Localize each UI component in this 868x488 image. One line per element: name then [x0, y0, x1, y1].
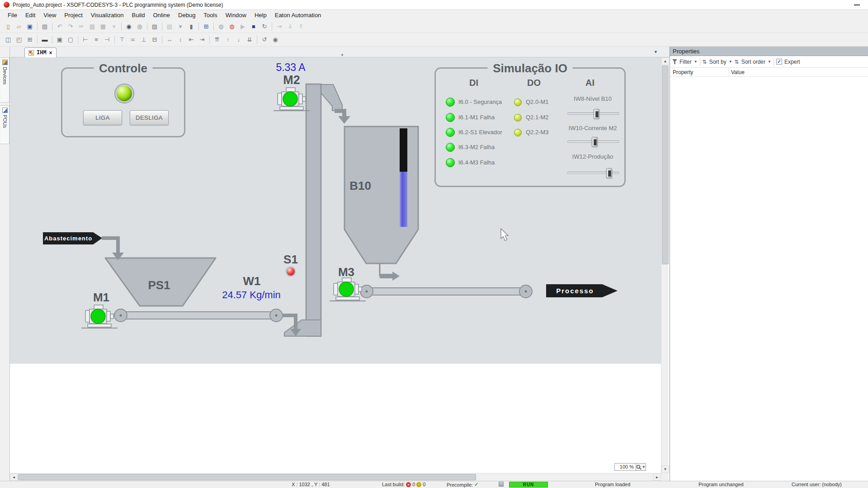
ai-slider-thumb-1[interactable]	[592, 137, 598, 147]
align-top-icon[interactable]: ⊤	[117, 35, 127, 44]
make-same-size-icon[interactable]: ⊟	[150, 35, 160, 44]
group-icon[interactable]: ▣	[55, 35, 65, 44]
find-icon[interactable]: ◉	[124, 22, 134, 31]
distribute-horizontal-icon[interactable]: ↔	[165, 35, 175, 44]
print-icon[interactable]: ▤	[40, 22, 50, 31]
zoom-level-value[interactable]: 100 %	[614, 463, 636, 471]
tab-list-dropdown-icon[interactable]: ▼	[654, 50, 658, 54]
new-project-icon[interactable]: ▯	[3, 22, 13, 31]
scroll-left-icon[interactable]: ◄	[10, 474, 18, 481]
filter-caret-icon[interactable]: ▼	[694, 60, 698, 64]
tab-ihm[interactable]: IHM ×	[24, 47, 57, 57]
stop-icon[interactable]: ■	[249, 22, 259, 31]
send-to-back-icon[interactable]: ⇊	[245, 35, 255, 44]
find-replace-icon[interactable]: ◎	[135, 22, 145, 31]
tab-close-icon[interactable]: ×	[49, 50, 52, 56]
ai-slider-thumb-2[interactable]	[606, 168, 612, 178]
horizontal-scroll-thumb[interactable]	[18, 474, 476, 480]
horizontal-scrollbar[interactable]: ◄ ►	[10, 473, 661, 481]
di-led-1[interactable]	[446, 113, 455, 122]
sort-order-button[interactable]: Sort order	[741, 59, 765, 65]
step-over-icon[interactable]: ⇥	[274, 22, 284, 31]
scroll-up-icon[interactable]: ▲	[661, 57, 669, 65]
desliga-button[interactable]: DESLIGA	[130, 110, 169, 125]
step-out-icon[interactable]: ⇑	[296, 22, 306, 31]
properties-panel-header[interactable]: Properties	[670, 47, 868, 56]
menu-help[interactable]: Help	[250, 11, 271, 19]
step-into-icon[interactable]: ⇓	[285, 22, 295, 31]
sidebar-tab-devices[interactable]: Devices	[0, 57, 9, 103]
placeholder-caret-icon[interactable]: ▾	[175, 22, 185, 31]
paste-icon[interactable]: ▦	[98, 22, 108, 31]
start-icon[interactable]: ▶	[238, 22, 248, 31]
sort-by-button[interactable]: Sort by	[709, 59, 726, 65]
bring-forward-icon[interactable]: ↑	[223, 35, 233, 44]
undo-icon[interactable]: ↶	[55, 22, 65, 31]
sort-order-caret-icon[interactable]: ▼	[768, 60, 771, 64]
menu-visualization[interactable]: Visualization	[87, 11, 128, 19]
scroll-down-icon[interactable]: ▼	[661, 465, 669, 473]
align-middle-icon[interactable]: ≍	[128, 35, 138, 44]
size-height-icon[interactable]: ⇥	[197, 35, 207, 44]
minimize-icon[interactable]	[854, 5, 860, 5]
delete-icon[interactable]: ×	[109, 22, 119, 31]
align-bottom-icon[interactable]: ⊥	[139, 35, 149, 44]
single-cycle-icon[interactable]: ↻	[259, 22, 269, 31]
do-led-1[interactable]	[514, 114, 522, 122]
grid-tool-icon[interactable]: ⊞	[25, 35, 35, 44]
visualization-manager-icon[interactable]: ⊞	[201, 22, 211, 31]
menu-view[interactable]: View	[39, 11, 60, 19]
properties-dialog-icon[interactable]: ▮	[186, 22, 196, 31]
visualization-canvas[interactable]: 5.33 A M2 B10 S1 M3 M1 PS1 W1 24.57 Kg/m…	[10, 57, 661, 364]
property-column-header[interactable]: Property	[673, 69, 693, 75]
menu-project[interactable]: Project	[60, 11, 86, 19]
save-icon[interactable]: ▣	[25, 22, 35, 31]
menu-tools[interactable]: Tools	[199, 11, 221, 19]
align-right-icon[interactable]: ⊣	[102, 35, 112, 44]
expert-checkbox[interactable]: ✓	[776, 59, 782, 65]
zoom-tool-icon[interactable]: ◉	[270, 35, 280, 44]
do-led-2[interactable]	[514, 129, 522, 136]
sidebar-tab-pous[interactable]: POUs	[0, 105, 9, 144]
menu-online[interactable]: Online	[149, 11, 174, 19]
select-tool-icon[interactable]: ◫	[3, 35, 13, 44]
splitter-collapse-icon[interactable]: ▲	[340, 52, 344, 56]
size-width-icon[interactable]: ⇤	[186, 35, 196, 44]
copy-icon[interactable]: ▥	[87, 22, 97, 31]
menu-edit[interactable]: Edit	[21, 11, 39, 19]
value-column-header[interactable]: Value	[731, 69, 745, 75]
distribute-vertical-icon[interactable]: ↕	[175, 35, 185, 44]
menu-build[interactable]: Build	[128, 11, 149, 19]
bring-to-front-icon[interactable]: ⇈	[212, 35, 222, 44]
menu-file[interactable]: File	[4, 11, 21, 19]
di-led-0[interactable]	[446, 98, 455, 107]
sort-by-caret-icon[interactable]: ▼	[729, 60, 732, 64]
vertical-scrollbar[interactable]: ▲ ▼	[661, 57, 669, 473]
do-led-0[interactable]	[514, 99, 522, 106]
rotate-icon[interactable]: ↺	[259, 35, 269, 44]
di-led-3[interactable]	[446, 143, 455, 152]
frame-tool-icon[interactable]: ▬	[40, 35, 50, 44]
align-left-icon[interactable]: ⊢	[80, 35, 90, 44]
magnifier-icon[interactable]: ▼	[636, 463, 646, 471]
ai-slider-thumb-0[interactable]	[594, 109, 599, 119]
redo-icon[interactable]: ↷	[66, 22, 75, 31]
logout-icon[interactable]: ◍	[227, 22, 237, 31]
column-divider[interactable]	[728, 68, 729, 77]
pan-tool-icon[interactable]: ◰	[14, 35, 24, 44]
send-backward-icon[interactable]: ↓	[234, 35, 244, 44]
cut-icon[interactable]: ✂	[76, 22, 86, 31]
menu-eaton-automation[interactable]: Eaton Automation	[271, 11, 326, 19]
filter-button[interactable]: Filter	[679, 59, 692, 65]
menu-window[interactable]: Window	[222, 11, 250, 19]
open-project-icon[interactable]: ▱	[14, 22, 24, 31]
di-led-4[interactable]	[446, 158, 455, 167]
library-manager-icon[interactable]: ▨	[150, 22, 160, 31]
liga-button[interactable]: LIGA	[83, 110, 122, 125]
di-led-2[interactable]	[446, 128, 455, 137]
placeholder-icon[interactable]: ▧	[165, 22, 175, 31]
login-icon[interactable]: ◍	[216, 22, 226, 31]
scroll-right-icon[interactable]: ►	[653, 474, 661, 481]
vertical-scroll-thumb[interactable]	[662, 66, 669, 264]
menu-debug[interactable]: Debug	[174, 11, 199, 19]
